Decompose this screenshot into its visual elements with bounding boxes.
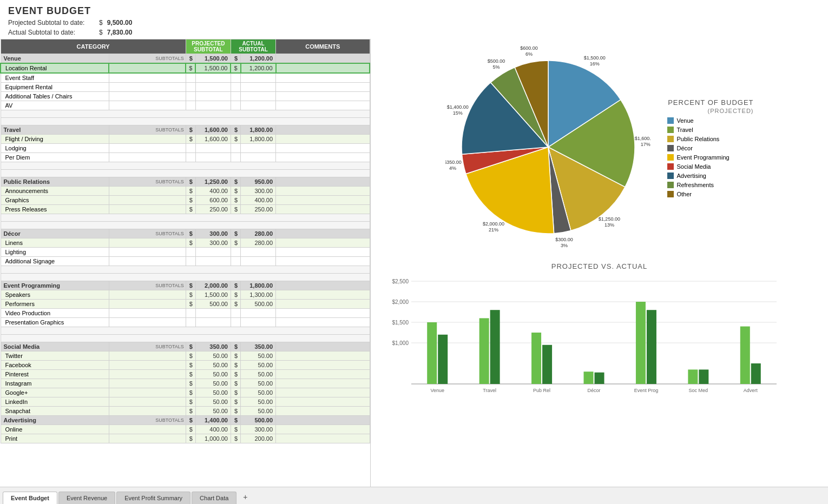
table-row[interactable]: [1, 162, 370, 170]
x-axis-label: Soc Med: [689, 388, 708, 393]
table-row[interactable]: Press Releases $ 250.00 $ 250.00: [1, 205, 370, 214]
table-row[interactable]: Announcements $ 400.00 $ 300.00: [1, 187, 370, 196]
table-row[interactable]: [1, 222, 370, 229]
actual-amount: 350.00: [241, 342, 276, 352]
actual-bar: [542, 345, 552, 384]
table-row[interactable]: Location Rental $ 1,500.00 $ 1,200.00: [1, 63, 370, 73]
table-row[interactable]: Additional Signage: [1, 257, 370, 266]
item-name: Flight / Driving: [1, 135, 109, 144]
table-row[interactable]: Linens $ 300.00 $ 280.00: [1, 238, 370, 248]
item-comments: [276, 92, 370, 101]
item-act-amount: [241, 257, 276, 266]
spacer: [109, 361, 186, 370]
table-row[interactable]: Instagram $ 50.00 $ 50.00: [1, 379, 370, 388]
table-row[interactable]: [1, 170, 370, 177]
table-row[interactable]: Graphics $ 600.00 $ 400.00: [1, 196, 370, 205]
item-proj-dollar: $: [186, 300, 195, 309]
item-proj-amount: 50.00: [195, 397, 231, 407]
table-row[interactable]: Print $ 1,000.00 $ 200.00: [1, 434, 370, 443]
item-name: Lighting: [1, 248, 109, 257]
item-proj-dollar: $: [186, 434, 195, 443]
table-row[interactable]: Event Staff: [1, 73, 370, 83]
table-row[interactable]: Flight / Driving $ 1,600.00 $ 1,800.00: [1, 135, 370, 144]
projected-dollar-sign: $: [99, 19, 103, 26]
table-row[interactable]: Snapchat $ 50.00 $ 50.00: [1, 407, 370, 416]
pie-chart-wrapper: $1,500.0016%$1,600.0017%$1,250.0013%$300…: [445, 44, 651, 251]
table-row[interactable]: Video Production: [1, 309, 370, 318]
actual-amount: 500.00: [241, 416, 276, 425]
projected-dollar: $: [186, 416, 195, 425]
table-row[interactable]: Performers $ 500.00 $ 500.00: [1, 300, 370, 309]
spacer: [109, 379, 186, 388]
tab-event-budget[interactable]: Event Budget: [3, 492, 57, 504]
item-proj-amount: [195, 309, 231, 318]
table-row[interactable]: Facebook $ 50.00 $ 50.00: [1, 361, 370, 370]
pie-label-percent: 6%: [525, 51, 533, 57]
legend-color: [667, 154, 674, 161]
legend-color: [667, 173, 674, 179]
table-row[interactable]: Additional Tables / Chairs: [1, 92, 370, 101]
item-act-dollar: $: [231, 135, 240, 144]
table-row[interactable]: Lighting: [1, 248, 370, 257]
item-act-dollar: $: [231, 434, 240, 443]
table-row[interactable]: [1, 327, 370, 335]
spacer: [109, 370, 186, 379]
item-proj-amount: 50.00: [195, 407, 231, 416]
actual-subtotal-row: Actual Subtotal to date: $ 7,830.00: [8, 29, 820, 36]
subtotals-label: SUBTOTALS: [109, 125, 186, 135]
table-row[interactable]: Lodging: [1, 144, 370, 153]
tab-event-revenue[interactable]: Event Revenue: [58, 492, 115, 504]
item-act-dollar: [231, 73, 240, 83]
table-row[interactable]: LinkedIn $ 50.00 $ 50.00: [1, 397, 370, 407]
table-row[interactable]: Online $ 400.00 $ 300.00: [1, 425, 370, 434]
item-name: Online: [1, 425, 109, 434]
table-row[interactable]: [1, 214, 370, 222]
pie-label-value: $1,600.00: [634, 136, 650, 141]
subtotals-label: SUBTOTALS: [109, 54, 186, 64]
table-row[interactable]: AV: [1, 101, 370, 110]
item-proj-amount: 50.00: [195, 379, 231, 388]
section-subtotal-row: Venue SUBTOTALS $ 1,500.00 $ 1,200.00: [1, 54, 370, 64]
item-proj-dollar: $: [186, 407, 195, 416]
table-row[interactable]: Per Diem: [1, 153, 370, 162]
table-row[interactable]: Twitter $ 50.00 $ 50.00: [1, 352, 370, 361]
table-row[interactable]: [1, 110, 370, 118]
item-name: Facebook: [1, 361, 109, 370]
actual-bar: [438, 335, 448, 384]
table-row[interactable]: [1, 335, 370, 342]
tab-chart-data[interactable]: Chart Data: [192, 492, 236, 504]
app-container: EVENT BUDGET Projected Subtotal to date:…: [0, 0, 828, 504]
item-name: Press Releases: [1, 205, 109, 214]
table-row[interactable]: Pinterest $ 50.00 $ 50.00: [1, 370, 370, 379]
subtotals-label: SUBTOTALS: [109, 281, 186, 290]
table-row[interactable]: [1, 118, 370, 125]
add-tab-button[interactable]: +: [238, 490, 253, 504]
spacer: [109, 238, 186, 248]
item-comments: [276, 352, 370, 361]
item-act-amount: 250.00: [241, 205, 276, 214]
table-row[interactable]: Speakers $ 1,500.00 $ 1,300.00: [1, 290, 370, 300]
pie-label-percent: 5%: [492, 64, 500, 70]
item-act-dollar: $: [231, 379, 240, 388]
item-act-amount: 50.00: [241, 407, 276, 416]
item-name: Presentation Graphics: [1, 318, 109, 327]
spacer: [109, 257, 186, 266]
item-comments: [276, 83, 370, 92]
section-subtotal-row: Social Media SUBTOTALS $ 350.00 $ 350.00: [1, 342, 370, 352]
tabs-container: Event BudgetEvent RevenueEvent Profit Su…: [3, 492, 236, 504]
item-proj-amount: [195, 248, 231, 257]
table-row[interactable]: Presentation Graphics: [1, 318, 370, 327]
item-proj-dollar: [186, 309, 195, 318]
legend-label: Décor: [677, 145, 693, 151]
table-row[interactable]: [1, 274, 370, 281]
table-row[interactable]: Google+ $ 50.00 $ 50.00: [1, 388, 370, 397]
actual-subtotal-label: Actual Subtotal to date:: [8, 29, 95, 36]
section-name: Public Relations: [1, 177, 109, 187]
tab-event-profit-summary[interactable]: Event Profit Summary: [116, 492, 190, 504]
item-name: Announcements: [1, 187, 109, 196]
item-act-dollar: [231, 101, 240, 110]
table-row[interactable]: Equipment Rental: [1, 83, 370, 92]
comments-cell: [276, 125, 370, 135]
actual-header: ACTUALSUBTOTAL: [231, 39, 275, 54]
table-row[interactable]: [1, 266, 370, 274]
